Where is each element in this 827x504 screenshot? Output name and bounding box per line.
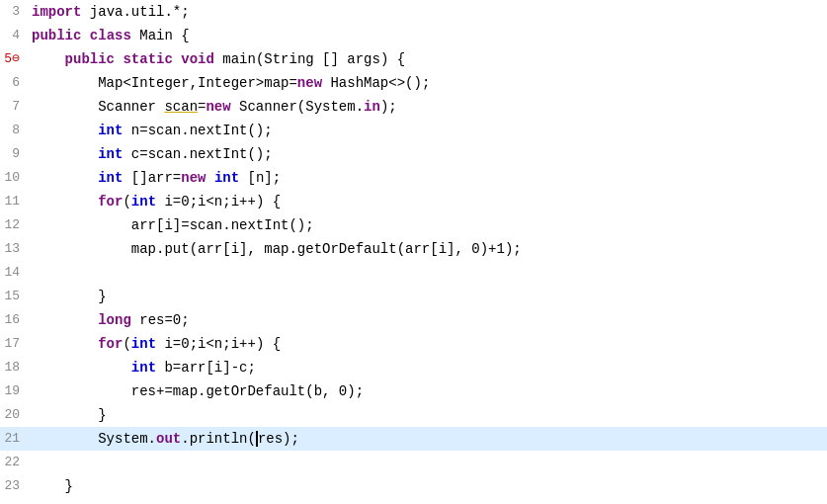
line-content-23: } [28,474,73,498]
code-line-12: 12 arr[i]=scan.nextInt(); [0,213,827,237]
line-content-19: res+=map.getOrDefault(b, 0); [28,379,364,403]
line-content-11: for(int i=0;i<n;i++) { [28,190,281,213]
line-num-5: 5⊖ [0,47,28,71]
code-line-15: 15 } [0,285,827,308]
line-num-7: 7 [0,95,28,119]
code-line-7: 7 Scanner scan=new Scanner(System.in); [0,95,827,119]
line-content-12: arr[i]=scan.nextInt(); [28,213,314,237]
line-content-17: for(int i=0;i<n;i++) { [28,332,281,356]
code-line-8: 8 int n=scan.nextInt(); [0,119,827,142]
line-num-9: 9 [0,142,28,166]
code-editor: 3 import java.util.*; 4 public class Mai… [0,0,827,504]
code-line-6: 6 Map<Integer,Integer>map=new HashMap<>(… [0,71,827,95]
line-content-22 [28,451,40,474]
line-num-12: 12 [0,213,28,237]
code-line-5: 5⊖ public static void main(String [] arg… [0,47,827,71]
line-content-4: public class Main { [28,24,190,47]
line-content-16: long res=0; [28,308,190,332]
line-num-22: 22 [0,451,28,474]
line-num-20: 20 [0,403,28,427]
code-line-16: 16 long res=0; [0,308,827,332]
line-num-13: 13 [0,237,28,261]
code-line-13: 13 map.put(arr[i], map.getOrDefault(arr[… [0,237,827,261]
line-content-14 [28,261,40,285]
line-content-8: int n=scan.nextInt(); [28,119,273,142]
code-line-20: 20 } [0,403,827,427]
line-content-13: map.put(arr[i], map.getOrDefault(arr[i],… [28,237,522,261]
code-line-11: 11 for(int i=0;i<n;i++) { [0,190,827,213]
line-content-15: } [28,285,107,308]
line-num-11: 11 [0,190,28,213]
line-num-19: 19 [0,379,28,403]
line-content-5: public static void main(String [] args) … [28,47,405,71]
code-line-17: 17 for(int i=0;i<n;i++) { [0,332,827,356]
line-num-6: 6 [0,71,28,95]
code-line-22: 22 [0,451,827,474]
line-content-20: } [28,403,107,427]
code-line-9: 9 int c=scan.nextInt(); [0,142,827,166]
code-line-14: 14 [0,261,827,285]
code-line-19: 19 res+=map.getOrDefault(b, 0); [0,379,827,403]
line-num-17: 17 [0,332,28,356]
line-num-18: 18 [0,356,28,379]
line-num-23: 23 [0,474,28,498]
line-num-16: 16 [0,308,28,332]
line-num-10: 10 [0,166,28,190]
line-num-21: 21 [0,427,28,451]
line-content-3: import java.util.*; [28,0,190,24]
code-line-4: 4 public class Main { [0,24,827,47]
code-line-23: 23 } [0,474,827,498]
line-content-10: int []arr=new int [n]; [28,166,281,190]
line-content-18: int b=arr[i]-c; [28,356,256,379]
line-content-21: System.out.println(res); [28,427,299,451]
line-num-8: 8 [0,119,28,142]
code-line-21: 21 System.out.println(res); [0,427,827,451]
line-content-6: Map<Integer,Integer>map=new HashMap<>(); [28,71,430,95]
line-num-4: 4 [0,24,28,47]
line-num-14: 14 [0,261,28,285]
line-content-7: Scanner scan=new Scanner(System.in); [28,95,397,119]
code-line-18: 18 int b=arr[i]-c; [0,356,827,379]
line-num-3: 3 [0,0,28,24]
line-num-15: 15 [0,285,28,308]
line-content-9: int c=scan.nextInt(); [28,142,273,166]
code-line-3: 3 import java.util.*; [0,0,827,24]
code-line-10: 10 int []arr=new int [n]; [0,166,827,190]
